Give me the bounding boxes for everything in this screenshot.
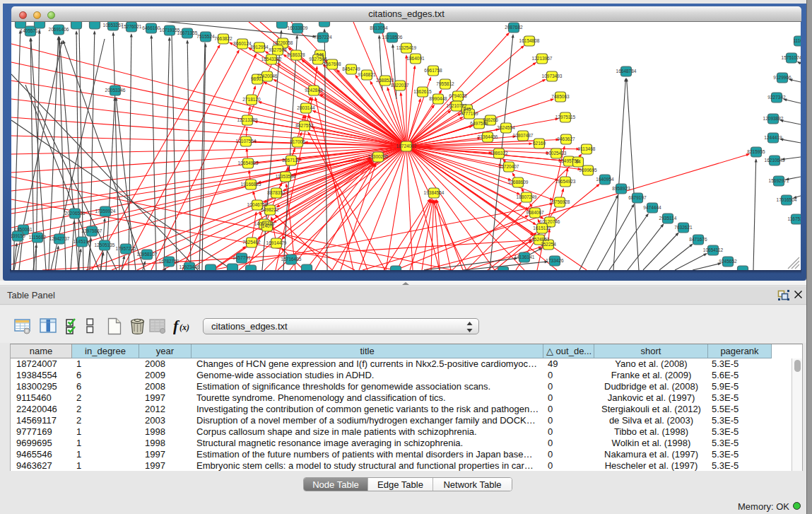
svg-text:12942737: 12942737 <box>49 236 70 241</box>
svg-text:5498222: 5498222 <box>261 207 279 212</box>
svg-text:15716485: 15716485 <box>281 257 302 262</box>
svg-text:1850061: 1850061 <box>14 227 33 232</box>
svg-text:7515524: 7515524 <box>196 34 215 39</box>
svg-text:10025433: 10025433 <box>546 151 567 156</box>
svg-text:6794028: 6794028 <box>449 93 467 98</box>
svg-text:8912954: 8912954 <box>250 45 269 49</box>
svg-text:16671355: 16671355 <box>177 30 198 35</box>
svg-text:1733426: 1733426 <box>546 258 564 263</box>
svg-text:9227342: 9227342 <box>767 95 786 100</box>
svg-text:12213389: 12213389 <box>237 117 258 122</box>
svg-text:8427552: 8427552 <box>295 123 314 128</box>
svg-text:8990448: 8990448 <box>429 96 447 101</box>
svg-text:252254: 252254 <box>541 242 556 247</box>
svg-text:9474444: 9474444 <box>643 205 661 210</box>
svg-text:11167: 11167 <box>793 38 801 43</box>
svg-text:6879197: 6879197 <box>628 195 647 200</box>
svg-text:7625402: 7625402 <box>242 240 261 245</box>
svg-text:6961758: 6961758 <box>424 68 442 73</box>
svg-text:9113468: 9113468 <box>578 146 596 151</box>
svg-text:18300295: 18300295 <box>368 154 389 159</box>
svg-text:11353594: 11353594 <box>276 174 296 179</box>
svg-text:10807487: 10807487 <box>513 133 534 138</box>
svg-text:3624554: 3624554 <box>497 125 515 130</box>
svg-text:8186328: 8186328 <box>287 52 305 57</box>
svg-text:9129966: 9129966 <box>773 75 792 80</box>
svg-text:15751074: 15751074 <box>782 55 801 60</box>
svg-text:9327508: 9327508 <box>309 57 327 62</box>
svg-text:9699695: 9699695 <box>579 168 597 173</box>
svg-text:17359924: 17359924 <box>95 209 116 214</box>
svg-text:19384554: 19384554 <box>424 190 445 195</box>
svg-text:6497568: 6497568 <box>470 121 488 126</box>
svg-text:7955812: 7955812 <box>436 81 454 86</box>
svg-text:12213967: 12213967 <box>532 56 553 61</box>
svg-text:9242848: 9242848 <box>305 88 323 93</box>
svg-text:8471676: 8471676 <box>689 237 707 242</box>
svg-text:18807249: 18807249 <box>517 194 537 199</box>
svg-text:2588520: 2588520 <box>376 78 394 83</box>
svg-text:23975867: 23975867 <box>82 228 102 233</box>
svg-text:8454749: 8454749 <box>342 66 360 71</box>
svg-text:98901: 98901 <box>251 76 264 81</box>
svg-text:7857224: 7857224 <box>314 35 332 40</box>
svg-text:12923446: 12923446 <box>180 264 200 269</box>
svg-text:14136141: 14136141 <box>514 255 535 259</box>
svg-text:20053346: 20053346 <box>105 88 126 93</box>
svg-text:16914479: 16914479 <box>266 240 287 245</box>
svg-text:11325419: 11325419 <box>396 45 417 50</box>
svg-text:18724007: 18724007 <box>396 144 417 148</box>
svg-text:1167533: 1167533 <box>788 216 801 221</box>
svg-text:16543382: 16543382 <box>261 57 282 62</box>
svg-text:8267130: 8267130 <box>282 158 300 163</box>
svg-text:7485063: 7485063 <box>551 94 570 99</box>
svg-text:10107554: 10107554 <box>236 139 257 144</box>
svg-text:1115682: 1115682 <box>29 235 47 240</box>
svg-text:8958923: 8958923 <box>612 186 630 191</box>
svg-text:12093882: 12093882 <box>763 116 784 121</box>
svg-text:17957225: 17957225 <box>116 246 136 251</box>
svg-text:1615132: 1615132 <box>533 226 551 230</box>
svg-text:10654112: 10654112 <box>703 247 724 252</box>
svg-text:6466160: 6466160 <box>142 25 160 30</box>
svg-text:9327508: 9327508 <box>269 47 287 52</box>
svg-text:1640954: 1640954 <box>596 177 614 182</box>
svg-text:9245652: 9245652 <box>719 259 737 264</box>
svg-text:84: 84 <box>575 159 581 164</box>
svg-text:62160: 62160 <box>533 141 546 146</box>
svg-text:17016504: 17016504 <box>777 197 797 202</box>
svg-text:9457791: 9457791 <box>233 255 251 260</box>
svg-text:10046758: 10046758 <box>247 202 268 207</box>
svg-text:9146821: 9146821 <box>358 72 376 77</box>
svg-text:16210643: 16210643 <box>765 158 785 163</box>
svg-text:15276021: 15276021 <box>122 24 142 29</box>
svg-text:13524851: 13524851 <box>529 237 550 242</box>
svg-text:2367608: 2367608 <box>323 62 341 66</box>
svg-text:1145194: 1145194 <box>73 239 91 244</box>
svg-text:7986322: 7986322 <box>490 151 508 156</box>
svg-text:18226058: 18226058 <box>273 40 293 45</box>
svg-text:12505135: 12505135 <box>95 243 115 247</box>
svg-text:8215955: 8215955 <box>747 149 765 154</box>
svg-text:21364436: 21364436 <box>478 134 498 139</box>
svg-text:7663822: 7663822 <box>214 36 233 41</box>
svg-text:10653267: 10653267 <box>103 23 124 28</box>
svg-text:9684067: 9684067 <box>526 210 544 215</box>
svg-text:16154808: 16154808 <box>519 38 540 43</box>
svg-text:19654923: 19654923 <box>555 179 576 184</box>
svg-text:8813054: 8813054 <box>370 25 388 30</box>
svg-text:20206536: 20206536 <box>65 211 86 216</box>
svg-text:15692971: 15692971 <box>769 178 789 183</box>
svg-text:1864091: 1864091 <box>406 56 425 61</box>
svg-text:19218506: 19218506 <box>382 35 403 40</box>
svg-text:2803144: 2803144 <box>297 105 315 110</box>
svg-text:10973493: 10973493 <box>542 74 563 78</box>
svg-text:339159: 339159 <box>11 233 25 238</box>
svg-text:917006: 917006 <box>290 139 305 144</box>
svg-text:8322037: 8322037 <box>391 83 409 88</box>
svg-text:1362615: 1362615 <box>413 89 432 94</box>
svg-text:16782759: 16782759 <box>159 259 180 264</box>
svg-text:10688609: 10688609 <box>508 180 529 185</box>
svg-text:20691406: 20691406 <box>49 27 69 32</box>
svg-text:7632621: 7632621 <box>674 225 693 230</box>
